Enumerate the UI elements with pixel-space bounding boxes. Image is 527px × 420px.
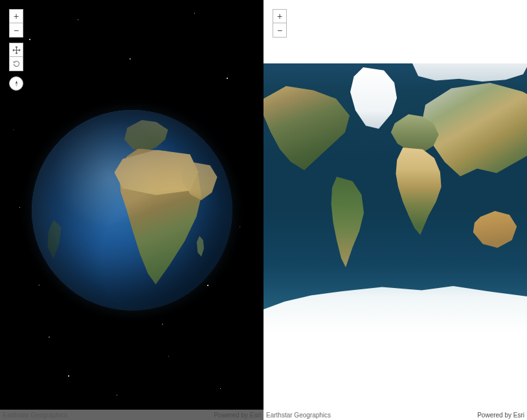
attribution-bar: Earthstar Geographics Powered by Esri xyxy=(264,410,527,420)
rotate-tool-button[interactable] xyxy=(9,57,23,71)
map-view-2d[interactable]: + − Earthstar Geographics Powered by Esr… xyxy=(264,0,527,420)
region-arctic-ice xyxy=(412,63,527,82)
continent-australia xyxy=(471,209,519,248)
attribution-source: Earthstar Geographics xyxy=(266,412,331,419)
zoom-out-button[interactable]: − xyxy=(9,23,23,38)
continent-south-america xyxy=(323,177,368,267)
compass-icon xyxy=(12,80,21,88)
zoom-out-button[interactable]: − xyxy=(273,23,287,38)
split-map-container: + − Earthstar Geographics Powered by Esr… xyxy=(0,0,527,420)
compass-button[interactable] xyxy=(9,76,23,91)
zoom-in-button[interactable]: + xyxy=(9,9,23,23)
continent-antarctica xyxy=(264,281,527,333)
attribution-powered-by[interactable]: Powered by Esri xyxy=(477,412,524,419)
globe-shading xyxy=(32,110,232,311)
world-map[interactable] xyxy=(264,63,527,333)
continent-north-america xyxy=(264,86,354,170)
rotate-icon xyxy=(12,60,21,68)
pan-icon xyxy=(12,46,21,54)
continent-africa xyxy=(387,148,445,235)
scene-view-3d[interactable]: + − Earthstar Geographics Powered by Esr… xyxy=(0,0,264,420)
scene-controls: + − xyxy=(9,9,23,91)
globe[interactable] xyxy=(32,110,232,311)
pan-tool-button[interactable] xyxy=(9,43,23,57)
attribution-bar: Earthstar Geographics Powered by Esri xyxy=(0,410,264,420)
zoom-in-button[interactable]: + xyxy=(273,9,287,23)
attribution-powered-by[interactable]: Powered by Esri xyxy=(214,412,261,419)
map-controls: + − xyxy=(273,9,287,38)
island-greenland xyxy=(348,67,399,129)
attribution-source: Earthstar Geographics xyxy=(3,412,67,419)
